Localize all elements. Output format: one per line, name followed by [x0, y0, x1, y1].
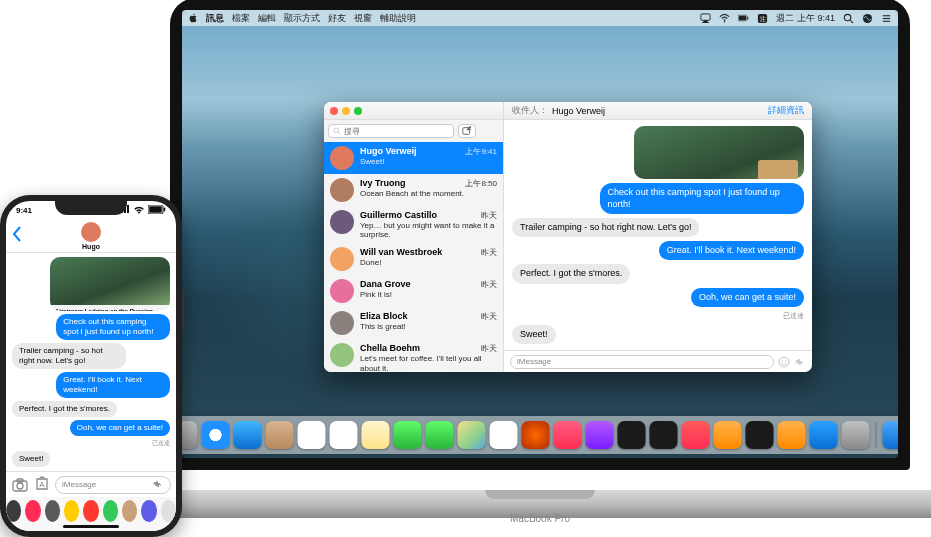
contact-header[interactable]: Hugo: [81, 222, 101, 250]
siri-icon[interactable]: [862, 13, 873, 24]
dock-app-tv[interactable]: [618, 421, 646, 449]
camera-button[interactable]: [11, 476, 29, 494]
incoming-bubble[interactable]: Perfect. I got the s'mores.: [512, 264, 630, 283]
conversation-item[interactable]: Guillermo Castillo 昨天 Yep… but you might…: [324, 206, 503, 243]
svg-point-21: [785, 360, 786, 361]
menu-item[interactable]: 好友: [328, 13, 346, 23]
incoming-bubble[interactable]: Trailer camping - so hot right now. Let'…: [12, 343, 126, 369]
imessage-app[interactable]: [83, 500, 98, 522]
dock-app-home[interactable]: [778, 421, 806, 449]
dock-app-messages[interactable]: [394, 421, 422, 449]
menu-item[interactable]: 訊息: [206, 13, 224, 23]
back-button[interactable]: [12, 226, 22, 245]
menu-item[interactable]: 視窗: [354, 13, 372, 23]
conversation-item[interactable]: Hugo Verweij 上午9:41 Sweet!: [324, 142, 503, 174]
menubar-clock[interactable]: 週二 上午 9:41: [776, 12, 835, 25]
dock-app-photobooth[interactable]: [522, 421, 550, 449]
dock-app-appstore[interactable]: [810, 421, 838, 449]
delivered-status: 已送達: [783, 311, 804, 321]
dock-app-news[interactable]: [682, 421, 710, 449]
conversation-item[interactable]: Will van Westbroek 昨天 Done!: [324, 243, 503, 275]
conversation-item[interactable]: Eliza Block 昨天 This is great!: [324, 307, 503, 339]
menu-item[interactable]: 顯示方式: [284, 13, 320, 23]
svg-rect-25: [127, 205, 129, 213]
minimize-button[interactable]: [342, 107, 350, 115]
conversation-item[interactable]: Ivy Truong 上午8:50 Ocean Beach at the mom…: [324, 174, 503, 206]
apple-menu-icon[interactable]: [188, 13, 198, 23]
imessage-app[interactable]: [6, 500, 21, 522]
messages-titlebar: [324, 102, 503, 120]
audio-message-icon[interactable]: [794, 356, 806, 368]
details-button[interactable]: 詳細資訊: [768, 104, 804, 117]
incoming-bubble[interactable]: Trailer camping - so hot right now. Let'…: [512, 218, 699, 237]
menu-item[interactable]: 編輯: [258, 13, 276, 23]
outgoing-bubble[interactable]: Ooh, we can get a suite!: [70, 420, 170, 436]
menu-item[interactable]: 輔助說明: [380, 13, 416, 23]
dock-app-mail[interactable]: [234, 421, 262, 449]
dock-app-preferences[interactable]: [842, 421, 870, 449]
menu-item[interactable]: 檔案: [232, 13, 250, 23]
link-preview-card[interactable]: Airstream Lodging on the Russian River i…: [634, 126, 804, 179]
conversation-item[interactable]: Dana Grove 昨天 Pink it is!: [324, 275, 503, 307]
dock-app-facetime[interactable]: [426, 421, 454, 449]
dock-app-notes[interactable]: [362, 421, 390, 449]
message-input[interactable]: iMessage: [510, 355, 774, 369]
imessage-app[interactable]: [122, 500, 137, 522]
svg-rect-28: [164, 207, 166, 211]
incoming-bubble[interactable]: Sweet!: [12, 451, 50, 467]
dock-app-podcasts[interactable]: [586, 421, 614, 449]
search-input[interactable]: [344, 127, 449, 136]
conversation-preview: Pink it is!: [360, 290, 497, 299]
dock-app-music[interactable]: [554, 421, 582, 449]
notification-center-icon[interactable]: [881, 13, 892, 24]
dock-app-safari[interactable]: [202, 421, 230, 449]
dock-app-voice-memos[interactable]: [746, 421, 774, 449]
imessage-app[interactable]: [141, 500, 156, 522]
emoji-icon[interactable]: [778, 356, 790, 368]
close-button[interactable]: [330, 107, 338, 115]
home-indicator[interactable]: [63, 525, 119, 528]
dock-app-photos[interactable]: [490, 421, 518, 449]
spotlight-icon[interactable]: [843, 13, 854, 24]
outgoing-bubble[interactable]: Check out this camping spot I just found…: [56, 314, 170, 340]
conversation-item[interactable]: Chella Boehm 昨天 Let's meet for coffee. I…: [324, 339, 503, 372]
dock-app-maps[interactable]: [458, 421, 486, 449]
iphone-message-input[interactable]: iMessage: [55, 476, 171, 494]
battery-icon[interactable]: [738, 13, 749, 24]
zoom-button[interactable]: [354, 107, 362, 115]
outgoing-bubble[interactable]: Great. I'll book it. Next weekend!: [659, 241, 804, 260]
airplay-icon[interactable]: [700, 13, 711, 24]
conversation-time: 昨天: [481, 279, 497, 290]
chevron-left-icon: [12, 226, 22, 242]
dock-app-downloads[interactable]: [883, 421, 899, 449]
outgoing-bubble[interactable]: Great. I'll book it. Next weekend!: [56, 372, 170, 398]
imessage-app[interactable]: [103, 500, 118, 522]
iphone-input-placeholder: iMessage: [62, 480, 96, 489]
imessage-app[interactable]: [64, 500, 79, 522]
conversation-name: Ivy Truong: [360, 178, 406, 189]
imessage-apps-button[interactable]: A: [33, 476, 51, 494]
outgoing-bubble[interactable]: Ooh, we can get a suite!: [691, 288, 804, 307]
outgoing-bubble[interactable]: Check out this camping spot I just found…: [600, 183, 804, 214]
dock-app-calendar[interactable]: [298, 421, 326, 449]
search-field[interactable]: [328, 124, 454, 138]
svg-point-8: [844, 14, 850, 20]
link-preview-image: [50, 257, 170, 305]
dock-app-reminders[interactable]: [330, 421, 358, 449]
incoming-bubble[interactable]: Perfect. I got the s'mores.: [12, 401, 117, 417]
macbook-bezel: 訊息檔案編輯顯示方式好友視窗輔助說明 注 週二 上午 9:41: [170, 0, 910, 470]
dock-app-stocks[interactable]: [650, 421, 678, 449]
imessage-app[interactable]: [25, 500, 40, 522]
dock-app-books[interactable]: [714, 421, 742, 449]
dock-separator: [876, 422, 877, 448]
audio-message-icon[interactable]: [152, 478, 164, 492]
dock-app-launchpad[interactable]: [182, 421, 198, 449]
incoming-bubble[interactable]: Sweet!: [512, 325, 556, 344]
imessage-app[interactable]: [161, 500, 176, 522]
imessage-app[interactable]: [45, 500, 60, 522]
wifi-icon[interactable]: [719, 13, 730, 24]
compose-button[interactable]: [458, 124, 476, 138]
link-preview-card[interactable]: Airstream Lodging on the Russian River i…: [50, 257, 170, 311]
dock-app-contacts[interactable]: [266, 421, 294, 449]
input-source-icon[interactable]: 注: [757, 13, 768, 24]
